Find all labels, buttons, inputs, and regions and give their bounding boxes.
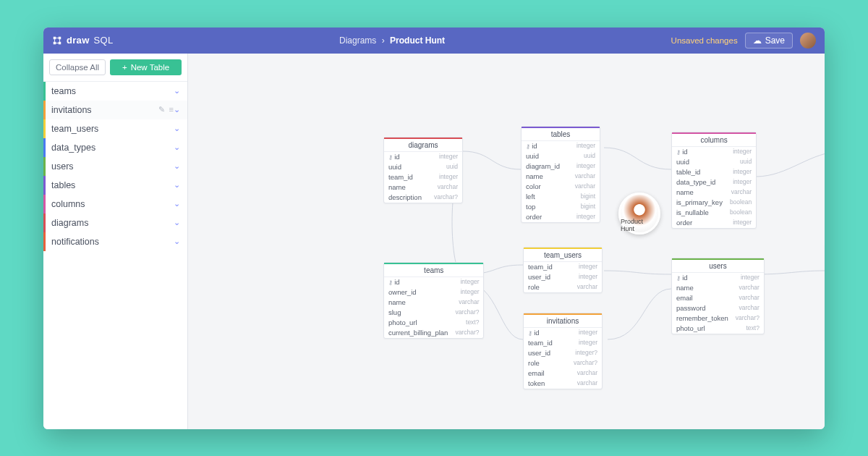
collapse-all-button[interactable]: Collapse All: [49, 59, 106, 75]
table-column[interactable]: idinteger: [384, 277, 483, 287]
cloud-icon: ☁: [753, 35, 762, 46]
table-title: tables: [522, 127, 600, 141]
chevron-down-icon[interactable]: ⌄: [174, 105, 180, 114]
save-button[interactable]: ☁ Save: [745, 33, 793, 48]
table-column[interactable]: table_idinteger: [672, 167, 756, 177]
table-column[interactable]: owner_idinteger: [384, 287, 483, 297]
sidebar-item-columns[interactable]: columns⌄: [43, 195, 187, 214]
table-column[interactable]: namevarchar: [384, 182, 462, 193]
table-column[interactable]: idinteger: [524, 328, 602, 338]
table-column[interactable]: tokenvarchar: [524, 379, 602, 389]
table-column[interactable]: idinteger: [672, 147, 756, 157]
sidebar-item-tables[interactable]: tables⌄: [43, 176, 187, 195]
table-column[interactable]: team_idinteger: [384, 172, 462, 182]
chevron-down-icon[interactable]: ⌄: [174, 124, 180, 133]
sidebar-item-data_types[interactable]: data_types⌄: [43, 138, 187, 157]
chevron-down-icon[interactable]: ⌄: [174, 218, 180, 227]
table-column[interactable]: uuiduuid: [522, 151, 600, 161]
table-column[interactable]: team_idinteger: [524, 338, 602, 348]
table-column[interactable]: uuiduuid: [672, 157, 756, 167]
brand-suffix: SQL: [94, 35, 114, 46]
breadcrumb-current: Product Hunt: [390, 35, 445, 46]
table-column[interactable]: photo_urltext?: [672, 324, 764, 334]
chevron-down-icon[interactable]: ⌄: [174, 180, 180, 190]
chevron-down-icon[interactable]: ⌄: [174, 161, 180, 171]
sidebar-item-label: invitations: [46, 105, 158, 115]
table-column[interactable]: leftbigint: [522, 192, 600, 202]
sidebar-item-label: columns: [46, 199, 174, 209]
table-column[interactable]: rolevarchar?: [524, 358, 602, 368]
table-title: invitations: [524, 313, 602, 328]
table-title: diagrams: [384, 138, 462, 152]
connectors: [188, 54, 825, 429]
sidebar-item-team_users[interactable]: team_users⌄: [43, 119, 187, 138]
new-table-label: New Table: [131, 63, 170, 72]
sidebar-item-label: notifications: [46, 237, 174, 247]
table-column[interactable]: namevarchar: [672, 187, 756, 198]
table-column[interactable]: emailvarchar: [524, 368, 602, 379]
sidebar-item-teams[interactable]: teams⌄: [43, 82, 187, 101]
table-column[interactable]: team_idinteger: [524, 262, 602, 272]
new-table-button[interactable]: + New Table: [110, 59, 182, 75]
table-column[interactable]: data_type_idinteger: [672, 177, 756, 187]
table-invitations[interactable]: invitationsidintegerteam_idintegeruser_i…: [523, 313, 603, 389]
pencil-icon[interactable]: ✎: [158, 105, 165, 114]
table-column[interactable]: emailvarchar: [672, 293, 764, 303]
table-column[interactable]: namevarchar: [672, 283, 764, 293]
table-column[interactable]: orderinteger: [522, 212, 600, 222]
sidebar-item-label: tables: [46, 180, 174, 190]
table-column[interactable]: is_nullableboolean: [672, 208, 756, 218]
table-users[interactable]: usersidintegernamevarcharemailvarcharpas…: [671, 258, 765, 334]
sidebar-item-users[interactable]: users⌄: [43, 157, 187, 176]
table-column[interactable]: descriptionvarchar?: [384, 193, 462, 203]
table-column[interactable]: is_primary_keyboolean: [672, 198, 756, 208]
sidebar: Collapse All + New Table teams⌄invitatio…: [43, 54, 188, 429]
unsaved-indicator: Unsaved changes: [671, 36, 738, 45]
table-tables[interactable]: tablesidintegeruuiduuiddiagram_idinteger…: [521, 126, 600, 223]
table-teams[interactable]: teamsidintegerowner_idintegernamevarchar…: [383, 262, 484, 339]
chevron-down-icon[interactable]: ⌄: [174, 237, 180, 246]
table-column[interactable]: idinteger: [522, 141, 600, 151]
table-title: team_users: [524, 248, 602, 262]
table-column[interactable]: colorvarchar: [522, 182, 600, 192]
chevron-down-icon[interactable]: ⌄: [174, 143, 180, 152]
table-diagrams[interactable]: diagramsidintegeruuiduuidteam_idintegern…: [383, 137, 463, 203]
sidebar-item-label: data_types: [46, 143, 174, 153]
table-column[interactable]: topbigint: [522, 202, 600, 212]
table-team_users[interactable]: team_usersteam_idintegeruser_idintegerro…: [523, 247, 603, 293]
avatar[interactable]: [800, 33, 816, 48]
table-column[interactable]: slugvarchar?: [384, 308, 483, 318]
table-column[interactable]: namevarchar: [522, 172, 600, 182]
breadcrumb-parent[interactable]: Diagrams: [339, 35, 376, 46]
table-column[interactable]: idinteger: [672, 273, 764, 283]
table-column[interactable]: idinteger: [384, 152, 462, 162]
chevron-down-icon[interactable]: ⌄: [174, 199, 180, 208]
brand-logo[interactable]: drawSQL: [52, 35, 113, 46]
breadcrumb-sep: ›: [382, 35, 385, 46]
table-column[interactable]: current_billing_planvarchar?: [384, 328, 483, 338]
table-column[interactable]: uuiduuid: [384, 162, 462, 172]
canvas[interactable]: Product Hunt diagramsidintegeruuiduuidte…: [188, 54, 825, 429]
table-column[interactable]: diagram_idinteger: [522, 161, 600, 172]
svg-rect-3: [59, 41, 61, 44]
table-column[interactable]: remember_tokenvarchar?: [672, 313, 764, 324]
sidebar-item-invitations[interactable]: invitations✎≡⌄: [43, 101, 187, 119]
table-column[interactable]: user_idinteger: [524, 272, 602, 282]
sidebar-item-diagrams[interactable]: diagrams⌄: [43, 214, 187, 232]
topbar-right: Unsaved changes ☁ Save: [671, 33, 816, 48]
table-column[interactable]: user_idinteger?: [524, 348, 602, 358]
table-column[interactable]: namevarchar: [384, 297, 483, 308]
plus-icon: +: [122, 63, 127, 72]
sidebar-item-label: users: [46, 161, 174, 172]
brand-name: draw: [67, 35, 90, 46]
table-column[interactable]: orderinteger: [672, 218, 756, 228]
table-column[interactable]: rolevarchar: [524, 282, 602, 292]
sidebar-item-notifications[interactable]: notifications⌄: [43, 232, 187, 251]
svg-rect-1: [59, 36, 61, 39]
table-column[interactable]: photo_urltext?: [384, 318, 483, 328]
breadcrumb: Diagrams › Product Hunt: [113, 35, 671, 46]
table-column[interactable]: passwordvarchar: [672, 303, 764, 313]
chevron-down-icon[interactable]: ⌄: [174, 86, 180, 96]
table-columns[interactable]: columnsidintegeruuiduuidtable_idintegerd…: [671, 132, 757, 229]
sidebar-toolbar: Collapse All + New Table: [43, 54, 187, 82]
